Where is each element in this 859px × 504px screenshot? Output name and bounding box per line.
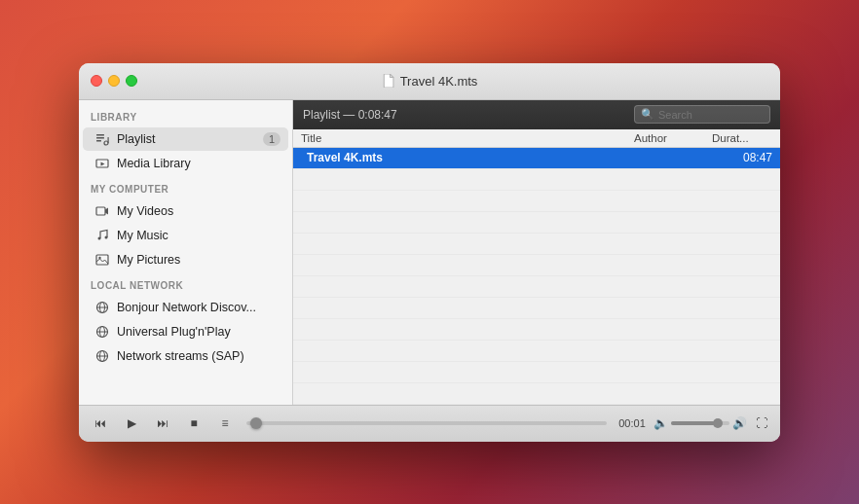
sap-icon xyxy=(94,348,110,364)
sidebar-item-media-library[interactable]: Media Library xyxy=(83,152,288,175)
local-network-section-label: LOCAL NETWORK xyxy=(79,272,292,295)
progress-bar-container[interactable] xyxy=(243,421,611,425)
table-row xyxy=(293,319,780,341)
col-title-header: Title xyxy=(293,132,634,144)
sidebar-bonjour-label: Bonjour Network Discov... xyxy=(117,301,280,314)
my-computer-section-label: MY COMPUTER xyxy=(79,176,292,198)
svg-point-3 xyxy=(104,141,108,145)
playlist-duration-label: Playlist — 0:08:47 xyxy=(303,108,626,122)
table-row[interactable]: ▶ Travel 4K.mts 08:47 xyxy=(293,148,780,169)
search-box[interactable]: 🔍 xyxy=(634,105,770,124)
sidebar-media-library-label: Media Library xyxy=(117,157,280,170)
svg-rect-6 xyxy=(96,207,105,215)
close-button[interactable] xyxy=(91,75,102,87)
minimize-button[interactable] xyxy=(108,75,120,87)
rewind-button[interactable]: ⏮ xyxy=(87,413,114,434)
table-header: Title Author Durat... xyxy=(293,129,780,148)
library-section-label: LIBRARY xyxy=(79,104,292,126)
sidebar: LIBRARY Playlist 1 xyxy=(79,100,293,405)
svg-rect-2 xyxy=(96,140,101,142)
maximize-button[interactable] xyxy=(126,75,137,87)
table-row xyxy=(293,341,780,362)
content-toolbar: Playlist — 0:08:47 🔍 xyxy=(293,100,780,129)
table-row xyxy=(293,276,780,298)
main-window: Travel 4K.mts LIBRARY Playlist 1 xyxy=(79,63,780,442)
sidebar-sap-label: Network streams (SAP) xyxy=(117,349,280,363)
table-row xyxy=(293,212,780,234)
table-row xyxy=(293,234,780,255)
svg-point-8 xyxy=(105,235,108,238)
sidebar-playlist-label: Playlist xyxy=(117,132,256,146)
col-duration-header: Durat... xyxy=(712,132,780,144)
traffic-lights xyxy=(91,75,137,87)
table-row xyxy=(293,191,780,212)
sidebar-my-music-label: My Music xyxy=(117,229,280,242)
volume-thumb[interactable] xyxy=(713,418,723,428)
stop-button[interactable]: ■ xyxy=(180,413,207,434)
sidebar-item-playlist[interactable]: Playlist 1 xyxy=(83,127,288,151)
volume-fill xyxy=(671,421,715,425)
row-title: Travel 4K.mts xyxy=(301,151,634,164)
video-icon xyxy=(94,203,110,219)
volume-track[interactable] xyxy=(671,421,729,425)
progress-track[interactable] xyxy=(246,421,607,425)
upnp-icon xyxy=(94,324,110,340)
media-library-icon xyxy=(94,156,110,171)
sidebar-my-pictures-label: My Pictures xyxy=(117,253,280,267)
row-duration: 08:47 xyxy=(712,151,780,164)
now-playing-indicator: ▶ xyxy=(293,153,301,162)
playlist-badge: 1 xyxy=(263,132,280,146)
pictures-icon xyxy=(94,252,110,268)
volume-control: 🔈 🔊 xyxy=(654,416,747,430)
svg-rect-0 xyxy=(96,134,104,136)
table-body: ▶ Travel 4K.mts 08:47 xyxy=(293,148,780,405)
window-title: Travel 4K.mts xyxy=(382,74,478,89)
titlebar: Travel 4K.mts xyxy=(79,63,780,100)
music-icon xyxy=(94,228,110,243)
sidebar-item-bonjour[interactable]: Bonjour Network Discov... xyxy=(83,296,288,319)
table-row xyxy=(293,362,780,383)
table-row xyxy=(293,255,780,276)
player-controls: ⏮ ▶ ⏭ ■ ≡ 00:01 🔈 🔊 ⛶ xyxy=(79,405,780,442)
current-time-label: 00:01 xyxy=(615,417,650,429)
sidebar-item-sap[interactable]: Network streams (SAP) xyxy=(83,344,288,368)
sidebar-my-videos-label: My Videos xyxy=(117,204,280,218)
col-author-header: Author xyxy=(634,132,712,144)
table-row xyxy=(293,169,780,191)
sidebar-item-my-pictures[interactable]: My Pictures xyxy=(83,248,288,271)
sidebar-upnp-label: Universal Plug'n'Play xyxy=(117,325,280,339)
play-button[interactable]: ▶ xyxy=(118,413,145,434)
fullscreen-button[interactable]: ⛶ xyxy=(751,413,772,434)
sidebar-item-my-music[interactable]: My Music xyxy=(83,224,288,247)
bonjour-network-icon xyxy=(94,300,110,315)
progress-thumb[interactable] xyxy=(250,417,262,429)
sidebar-item-upnp[interactable]: Universal Plug'n'Play xyxy=(83,320,288,343)
file-icon xyxy=(382,74,395,88)
table-row xyxy=(293,298,780,319)
search-icon: 🔍 xyxy=(641,108,654,121)
search-input[interactable] xyxy=(658,109,764,121)
svg-rect-1 xyxy=(96,137,104,139)
volume-low-icon: 🔈 xyxy=(654,416,668,430)
svg-rect-4 xyxy=(108,137,109,143)
content-area: Playlist — 0:08:47 🔍 Title Author Durat.… xyxy=(293,100,780,405)
svg-point-7 xyxy=(98,236,101,239)
table-row xyxy=(293,383,780,405)
sidebar-item-my-videos[interactable]: My Videos xyxy=(83,199,288,223)
volume-high-icon: 🔊 xyxy=(732,416,747,430)
fast-forward-button[interactable]: ⏭ xyxy=(149,413,176,434)
main-content: LIBRARY Playlist 1 xyxy=(79,100,780,405)
playlist-toggle-button[interactable]: ≡ xyxy=(211,413,239,434)
playlist-icon xyxy=(94,131,110,147)
